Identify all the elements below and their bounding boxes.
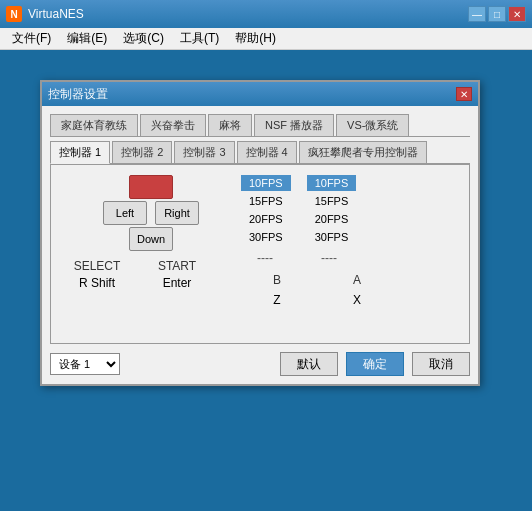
fps-column-1: 10FPS 15FPS 20FPS 30FPS <box>241 175 291 245</box>
fps-10-2[interactable]: 10FPS <box>307 175 357 191</box>
dialog-title-bar: 控制器设置 ✕ <box>42 82 478 106</box>
select-label: SELECT <box>61 259 133 273</box>
main-area: 控制器设置 ✕ 家庭体育教练 兴奋拳击 麻将 NSF 播放器 VS-微系统 控制… <box>0 50 532 511</box>
tab-controller2[interactable]: 控制器 2 <box>112 141 172 163</box>
menu-tools[interactable]: 工具(T) <box>172 28 227 49</box>
dash-1: ---- <box>241 251 289 265</box>
down-key[interactable]: Down <box>129 227 173 251</box>
dialog-content: 家庭体育教练 兴奋拳击 麻将 NSF 播放器 VS-微系统 控制器 1 控制器 … <box>42 106 478 384</box>
b-label: B <box>241 273 313 287</box>
fps-30-1[interactable]: 30FPS <box>241 229 291 245</box>
content-inner: Left Right Down SELECT START <box>61 175 459 333</box>
left-panel: Left Right Down SELECT START <box>61 175 241 333</box>
cancel-button[interactable]: 取消 <box>412 352 470 376</box>
ba-header-row: B A <box>241 273 459 287</box>
fps-30-2[interactable]: 30FPS <box>307 229 357 245</box>
tab-crazy-climber[interactable]: 疯狂攀爬者专用控制器 <box>299 141 427 163</box>
tab-controller1[interactable]: 控制器 1 <box>50 141 110 164</box>
menu-bar: 文件(F) 编辑(E) 选项(C) 工具(T) 帮助(H) <box>0 28 532 50</box>
zx-value-row: Z X <box>241 293 459 307</box>
fps-15-2[interactable]: 15FPS <box>307 193 357 209</box>
up-key[interactable] <box>129 175 173 199</box>
x-value: X <box>321 293 393 307</box>
right-key[interactable]: Right <box>155 201 199 225</box>
title-bar: N VirtuaNES — □ ✕ <box>0 0 532 28</box>
right-panel: 10FPS 15FPS 20FPS 30FPS 10FPS 15FPS 20FP… <box>241 175 459 333</box>
menu-options[interactable]: 选项(C) <box>115 28 172 49</box>
tab-sports[interactable]: 家庭体育教练 <box>50 114 138 136</box>
controller-settings-dialog: 控制器设置 ✕ 家庭体育教练 兴奋拳击 麻将 NSF 播放器 VS-微系统 控制… <box>40 80 480 386</box>
fps-column-2: 10FPS 15FPS 20FPS 30FPS <box>307 175 357 245</box>
dialog-title: 控制器设置 <box>48 86 456 103</box>
confirm-button[interactable]: 确定 <box>346 352 404 376</box>
mapping-header-row: SELECT START <box>61 259 241 273</box>
dash-2: ---- <box>305 251 353 265</box>
dialog-close-button[interactable]: ✕ <box>456 87 472 101</box>
tabs-row1: 家庭体育教练 兴奋拳击 麻将 NSF 播放器 VS-微系统 <box>50 114 470 137</box>
mappings-section: SELECT START R Shift Enter <box>61 259 241 290</box>
tab-nsf[interactable]: NSF 播放器 <box>254 114 334 136</box>
fps-15-1[interactable]: 15FPS <box>241 193 291 209</box>
left-key[interactable]: Left <box>103 201 147 225</box>
app-title: VirtuaNES <box>28 7 468 21</box>
app-icon: N <box>6 6 22 22</box>
start-label: START <box>141 259 213 273</box>
tab-controller4[interactable]: 控制器 4 <box>237 141 297 163</box>
tabs-row2: 控制器 1 控制器 2 控制器 3 控制器 4 疯狂攀爬者专用控制器 <box>50 141 470 164</box>
tab-mahjong[interactable]: 麻将 <box>208 114 252 136</box>
device-select[interactable]: 设备 1 <box>50 353 120 375</box>
tab-vs[interactable]: VS-微系统 <box>336 114 409 136</box>
default-button[interactable]: 默认 <box>280 352 338 376</box>
close-button[interactable]: ✕ <box>508 6 526 22</box>
content-area: Left Right Down SELECT START <box>50 164 470 344</box>
fps-10-1[interactable]: 10FPS <box>241 175 291 191</box>
menu-file[interactable]: 文件(F) <box>4 28 59 49</box>
tab-boxing[interactable]: 兴奋拳击 <box>140 114 206 136</box>
fps-20-2[interactable]: 20FPS <box>307 211 357 227</box>
a-label: A <box>321 273 393 287</box>
device-select-container: 设备 1 <box>50 353 120 375</box>
title-bar-buttons: — □ ✕ <box>468 6 526 22</box>
menu-help[interactable]: 帮助(H) <box>227 28 284 49</box>
rshift-value: R Shift <box>61 276 133 290</box>
maximize-button[interactable]: □ <box>488 6 506 22</box>
tab-controller3[interactable]: 控制器 3 <box>174 141 234 163</box>
fps-20-1[interactable]: 20FPS <box>241 211 291 227</box>
enter-value: Enter <box>141 276 213 290</box>
z-value: Z <box>241 293 313 307</box>
menu-edit[interactable]: 编辑(E) <box>59 28 115 49</box>
minimize-button[interactable]: — <box>468 6 486 22</box>
bottom-row: 设备 1 默认 确定 取消 <box>50 352 470 376</box>
mapping-value-row: R Shift Enter <box>61 276 241 290</box>
